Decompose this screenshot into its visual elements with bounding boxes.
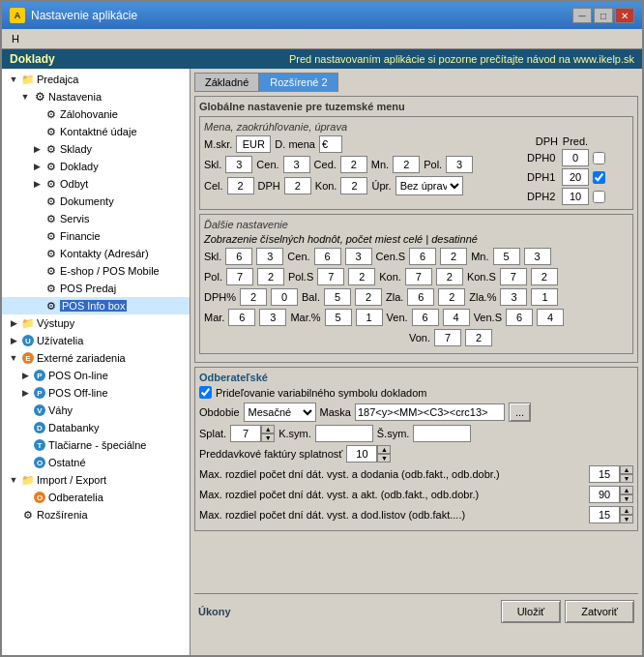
max3-down[interactable]: ▼ (620, 515, 633, 523)
dph0-input[interactable] (562, 149, 589, 166)
d-marp-v1[interactable] (325, 309, 352, 326)
tree-toggle-doklady[interactable]: ▶ (31, 161, 43, 172)
sidebar-item-tlacikarne[interactable]: T Tlačiarne - špeciálne (2, 436, 190, 454)
ced-input[interactable] (340, 156, 367, 173)
dph-val-input[interactable] (284, 177, 311, 194)
sidebar-item-ostatne[interactable]: O Ostatné (2, 454, 190, 471)
sidebar-item-dokumenty[interactable]: ⚙ Dokumenty (2, 193, 190, 210)
tree-toggle-sklady[interactable]: ▶ (31, 143, 43, 155)
d-bal-v1[interactable] (324, 288, 351, 306)
tree-toggle-vystupy[interactable]: ▶ (8, 317, 19, 329)
sidebar-item-kontaktne[interactable]: ⚙ Kontaktné údaje (2, 123, 190, 140)
sidebar-item-import-export[interactable]: ▼ 📁 Import / Export (2, 471, 190, 489)
close-button[interactable]: Zatvoriť (565, 600, 634, 623)
d-zla-v1[interactable] (407, 288, 434, 306)
d-bal-v2[interactable] (355, 288, 382, 306)
splat-input[interactable] (230, 425, 261, 442)
sidebar-item-doklady[interactable]: ▶ ⚙ Doklady (2, 158, 190, 175)
d-pols-v1[interactable] (317, 268, 344, 285)
sidebar-item-nastavenia[interactable]: ▼ ⚙ Nastavenia (2, 88, 190, 105)
d-kon-v2[interactable] (436, 268, 463, 285)
obdobie-select[interactable]: Mesačné Ročné Denné (244, 403, 316, 422)
mskr-input[interactable] (236, 135, 271, 153)
max2-up[interactable]: ▲ (620, 486, 633, 494)
tree-toggle-nastavenia[interactable]: ▼ (19, 91, 31, 103)
sidebar-item-odberatelia[interactable]: O Odberatelia (2, 489, 190, 506)
kon-input[interactable] (340, 177, 367, 194)
ssym-input[interactable] (413, 425, 471, 442)
sidebar-item-odbyt[interactable]: ▶ ⚙ Odbyt (2, 175, 190, 193)
cen-input[interactable] (283, 156, 310, 173)
d-zla-v2[interactable] (438, 288, 465, 306)
maska-dots-button[interactable]: ... (509, 403, 531, 422)
sidebar-item-vahy[interactable]: V Váhy (2, 402, 190, 419)
sidebar-item-servis[interactable]: ⚙ Servis (2, 210, 190, 227)
cel-input[interactable] (227, 177, 254, 194)
preddavkove-input[interactable] (346, 445, 377, 463)
pol-input[interactable] (446, 156, 473, 173)
sidebar-item-financie[interactable]: ⚙ Financie (2, 227, 190, 245)
tab-zakladne[interactable]: Základné (194, 73, 259, 92)
sidebar-item-eshop[interactable]: ⚙ E-shop / POS Mobile (2, 262, 190, 280)
tree-toggle-pos-offline[interactable]: ▶ (19, 387, 31, 399)
d-vens-v2[interactable] (537, 309, 564, 326)
d-marp-v2[interactable] (356, 309, 383, 326)
max3-input[interactable] (589, 506, 620, 523)
tree-toggle-uzivatel[interactable]: ▶ (8, 335, 19, 346)
d-cens-v2[interactable] (440, 248, 467, 265)
sidebar-item-databanky[interactable]: D Databanky (2, 419, 190, 436)
dph1-checkbox[interactable] (593, 171, 605, 184)
sidebar-item-ext-zariadenia[interactable]: ▼ E Externé zariadenia (2, 349, 190, 367)
sidebar-item-sklady[interactable]: ▶ ⚙ Sklady (2, 140, 190, 158)
max3-spin[interactable]: ▲ ▼ (589, 506, 633, 523)
max1-input[interactable] (589, 465, 620, 483)
max3-up[interactable]: ▲ (620, 506, 633, 515)
max1-spin[interactable]: ▲ ▼ (589, 465, 633, 483)
minimize-button[interactable]: ─ (572, 8, 592, 23)
d-ven-v1[interactable] (412, 309, 439, 326)
priradenie-checkbox[interactable] (199, 386, 212, 399)
d-zlap-v1[interactable] (500, 288, 527, 306)
d-skl-v2[interactable] (256, 248, 283, 265)
d-mn-v2[interactable] (524, 248, 551, 265)
dph0-checkbox[interactable] (593, 152, 605, 164)
d-cens-v1[interactable] (409, 248, 436, 265)
d-vens-v1[interactable] (506, 309, 533, 326)
d-mn-v1[interactable] (493, 248, 520, 265)
d-von-v1[interactable] (434, 329, 461, 346)
preddavkove-up[interactable]: ▲ (377, 445, 391, 454)
tree-toggle-odbyt[interactable]: ▶ (31, 178, 43, 190)
maximize-button[interactable]: □ (594, 8, 613, 23)
skl-input[interactable] (225, 156, 252, 173)
d-pol-v1[interactable] (226, 268, 253, 285)
d-kons-v1[interactable] (500, 268, 527, 285)
d-mena-input[interactable] (319, 135, 342, 153)
ksym-input[interactable] (315, 425, 373, 442)
d-von-v2[interactable] (465, 329, 492, 346)
sidebar-item-pos-info[interactable]: ⚙ POS Info box (2, 297, 190, 314)
menu-h[interactable]: H (6, 31, 25, 46)
d-pol-v2[interactable] (257, 268, 284, 285)
uprava-select[interactable]: Bez úprav Zaokrúhliť Matematicky (395, 176, 463, 195)
sidebar-item-vystupy[interactable]: ▶ 📁 Výstupy (2, 314, 190, 332)
splat-down[interactable]: ▼ (261, 433, 275, 442)
d-mar-v2[interactable] (259, 309, 286, 326)
d-dphp-v1[interactable] (240, 288, 267, 306)
dph2-checkbox[interactable] (593, 191, 605, 203)
max1-up[interactable]: ▲ (620, 465, 633, 474)
maska-input[interactable] (355, 403, 505, 421)
tree-toggle-ext[interactable]: ▼ (8, 352, 19, 364)
sidebar-item-zalohovanie[interactable]: ⚙ Zálohovanie (2, 105, 190, 123)
preddavkove-spin[interactable]: ▲ ▼ (346, 445, 391, 463)
sidebar-item-predajca[interactable]: ▼ 📁 Predajca (2, 71, 190, 88)
tree-toggle-import[interactable]: ▼ (8, 474, 19, 486)
d-zlap-v2[interactable] (531, 288, 558, 306)
d-kon-v1[interactable] (405, 268, 432, 285)
sidebar-item-rozsirenia[interactable]: ⚙ Rozšírenia (2, 506, 190, 523)
splat-spin[interactable]: ▲ ▼ (230, 425, 275, 442)
tree-toggle-pos-online[interactable]: ▶ (19, 370, 31, 381)
d-skl-v1[interactable] (225, 248, 252, 265)
d-cen-v2[interactable] (345, 248, 372, 265)
max2-input[interactable] (589, 486, 620, 503)
d-ven-v2[interactable] (443, 309, 470, 326)
